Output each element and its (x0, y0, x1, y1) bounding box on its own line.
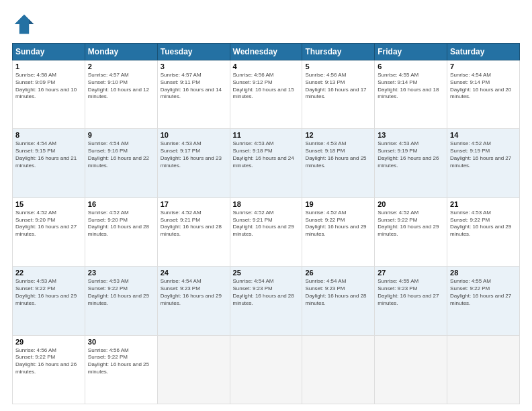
day-number: 12 (305, 131, 371, 139)
day-number: 29 (15, 338, 82, 346)
day-info: Sunrise: 4:53 AM Sunset: 9:19 PM Dayligh… (378, 140, 444, 169)
day-info: Sunrise: 4:52 AM Sunset: 9:20 PM Dayligh… (88, 210, 154, 238)
day-cell: 28 Sunrise: 4:55 AM Sunset: 9:22 PM Dayl… (447, 267, 520, 335)
day-number: 18 (233, 200, 300, 208)
day-info: Sunrise: 4:52 AM Sunset: 9:19 PM Dayligh… (450, 140, 517, 169)
logo-icon (12, 12, 36, 36)
day-cell: 21 Sunrise: 4:53 AM Sunset: 9:22 PM Dayl… (447, 197, 520, 266)
day-number: 24 (161, 269, 227, 277)
day-info: Sunrise: 4:57 AM Sunset: 9:11 PM Dayligh… (161, 72, 227, 101)
day-cell: 8 Sunrise: 4:54 AM Sunset: 9:15 PM Dayli… (13, 129, 85, 197)
day-info: Sunrise: 4:53 AM Sunset: 9:18 PM Dayligh… (305, 140, 371, 169)
day-number: 4 (233, 62, 300, 71)
day-info: Sunrise: 4:53 AM Sunset: 9:22 PM Dayligh… (450, 210, 517, 238)
day-cell: 4 Sunrise: 4:56 AM Sunset: 9:12 PM Dayli… (230, 60, 302, 129)
empty-cell (447, 335, 520, 404)
day-info: Sunrise: 4:54 AM Sunset: 9:23 PM Dayligh… (161, 278, 227, 307)
day-number: 1 (15, 62, 82, 71)
day-number: 17 (161, 200, 227, 208)
day-cell: 23 Sunrise: 4:53 AM Sunset: 9:22 PM Dayl… (85, 267, 157, 335)
day-number: 15 (15, 200, 82, 208)
day-cell: 26 Sunrise: 4:54 AM Sunset: 9:23 PM Dayl… (302, 267, 375, 335)
day-info: Sunrise: 4:56 AM Sunset: 9:12 PM Dayligh… (233, 72, 300, 101)
header (12, 12, 520, 36)
calendar-row: 15 Sunrise: 4:52 AM Sunset: 9:20 PM Dayl… (13, 197, 520, 266)
day-info: Sunrise: 4:54 AM Sunset: 9:16 PM Dayligh… (88, 140, 154, 169)
day-cell: 15 Sunrise: 4:52 AM Sunset: 9:20 PM Dayl… (13, 197, 85, 266)
day-info: Sunrise: 4:53 AM Sunset: 9:22 PM Dayligh… (88, 278, 154, 307)
day-cell: 17 Sunrise: 4:52 AM Sunset: 9:21 PM Dayl… (157, 197, 230, 266)
day-number: 26 (305, 269, 371, 277)
day-info: Sunrise: 4:56 AM Sunset: 9:13 PM Dayligh… (305, 72, 371, 101)
day-cell: 6 Sunrise: 4:55 AM Sunset: 9:14 PM Dayli… (375, 60, 447, 129)
day-info: Sunrise: 4:58 AMSunset: 9:09 PMDaylight:… (15, 72, 82, 101)
col-saturday: Saturday (447, 44, 520, 60)
day-info: Sunrise: 4:52 AM Sunset: 9:21 PM Dayligh… (161, 210, 227, 238)
day-info: Sunrise: 4:54 AM Sunset: 9:15 PM Dayligh… (15, 140, 82, 169)
day-number: 3 (161, 62, 227, 71)
day-number: 27 (378, 269, 444, 277)
day-info: Sunrise: 4:56 AM Sunset: 9:22 PM Dayligh… (15, 347, 82, 376)
day-cell: 1 Sunrise: 4:58 AMSunset: 9:09 PMDayligh… (13, 60, 85, 129)
day-number: 7 (450, 62, 517, 71)
day-cell: 29 Sunrise: 4:56 AM Sunset: 9:22 PM Dayl… (13, 335, 85, 404)
day-info: Sunrise: 4:53 AM Sunset: 9:18 PM Dayligh… (233, 140, 300, 169)
day-info: Sunrise: 4:57 AM Sunset: 9:10 PM Dayligh… (88, 72, 154, 101)
day-number: 16 (88, 200, 154, 208)
day-info: Sunrise: 4:55 AM Sunset: 9:14 PM Dayligh… (378, 72, 444, 101)
day-number: 14 (450, 131, 517, 139)
day-cell: 30 Sunrise: 4:56 AM Sunset: 9:22 PM Dayl… (85, 335, 157, 404)
day-cell: 22 Sunrise: 4:53 AM Sunset: 9:22 PM Dayl… (13, 267, 85, 335)
page: Sunday Monday Tuesday Wednesday Thursday… (0, 0, 532, 411)
col-wednesday: Wednesday (230, 44, 302, 60)
day-number: 30 (88, 338, 154, 346)
day-cell: 11 Sunrise: 4:53 AM Sunset: 9:18 PM Dayl… (230, 129, 302, 197)
calendar-header-row: Sunday Monday Tuesday Wednesday Thursday… (13, 44, 520, 60)
day-cell: 20 Sunrise: 4:52 AM Sunset: 9:22 PM Dayl… (375, 197, 447, 266)
day-number: 5 (305, 62, 371, 71)
day-number: 11 (233, 131, 300, 139)
day-info: Sunrise: 4:52 AM Sunset: 9:20 PM Dayligh… (15, 210, 82, 238)
day-cell: 18 Sunrise: 4:52 AM Sunset: 9:21 PM Dayl… (230, 197, 302, 266)
calendar-row: 1 Sunrise: 4:58 AMSunset: 9:09 PMDayligh… (13, 60, 520, 129)
day-info: Sunrise: 4:52 AM Sunset: 9:21 PM Dayligh… (233, 210, 300, 238)
day-number: 10 (161, 131, 227, 139)
day-info: Sunrise: 4:54 AM Sunset: 9:23 PM Dayligh… (233, 278, 300, 307)
day-info: Sunrise: 4:54 AM Sunset: 9:23 PM Dayligh… (305, 278, 371, 307)
day-cell: 12 Sunrise: 4:53 AM Sunset: 9:18 PM Dayl… (302, 129, 375, 197)
day-cell: 24 Sunrise: 4:54 AM Sunset: 9:23 PM Dayl… (157, 267, 230, 335)
day-cell: 16 Sunrise: 4:52 AM Sunset: 9:20 PM Dayl… (85, 197, 157, 266)
day-number: 21 (450, 200, 517, 208)
day-info: Sunrise: 4:53 AM Sunset: 9:22 PM Dayligh… (15, 278, 82, 307)
col-tuesday: Tuesday (157, 44, 230, 60)
day-info: Sunrise: 4:53 AM Sunset: 9:17 PM Dayligh… (161, 140, 227, 169)
col-thursday: Thursday (302, 44, 375, 60)
day-cell: 13 Sunrise: 4:53 AM Sunset: 9:19 PM Dayl… (375, 129, 447, 197)
day-number: 6 (378, 62, 444, 71)
day-info: Sunrise: 4:55 AM Sunset: 9:22 PM Dayligh… (450, 278, 517, 307)
logo (12, 12, 40, 36)
day-cell: 25 Sunrise: 4:54 AM Sunset: 9:23 PM Dayl… (230, 267, 302, 335)
empty-cell (302, 335, 375, 404)
day-info: Sunrise: 4:52 AM Sunset: 9:22 PM Dayligh… (305, 210, 371, 238)
empty-cell (230, 335, 302, 404)
day-cell: 14 Sunrise: 4:52 AM Sunset: 9:19 PM Dayl… (447, 129, 520, 197)
day-cell: 19 Sunrise: 4:52 AM Sunset: 9:22 PM Dayl… (302, 197, 375, 266)
day-cell: 3 Sunrise: 4:57 AM Sunset: 9:11 PM Dayli… (157, 60, 230, 129)
calendar-row: 29 Sunrise: 4:56 AM Sunset: 9:22 PM Dayl… (13, 335, 520, 404)
day-number: 9 (88, 131, 154, 139)
day-cell: 27 Sunrise: 4:55 AM Sunset: 9:23 PM Dayl… (375, 267, 447, 335)
col-friday: Friday (375, 44, 447, 60)
day-number: 8 (15, 131, 82, 139)
day-number: 13 (378, 131, 444, 139)
day-info: Sunrise: 4:54 AM Sunset: 9:14 PM Dayligh… (450, 72, 517, 101)
col-monday: Monday (85, 44, 157, 60)
day-info: Sunrise: 4:56 AM Sunset: 9:22 PM Dayligh… (88, 347, 154, 376)
day-number: 28 (450, 269, 517, 277)
day-cell: 9 Sunrise: 4:54 AM Sunset: 9:16 PM Dayli… (85, 129, 157, 197)
calendar-row: 8 Sunrise: 4:54 AM Sunset: 9:15 PM Dayli… (13, 129, 520, 197)
col-sunday: Sunday (13, 44, 85, 60)
day-cell: 5 Sunrise: 4:56 AM Sunset: 9:13 PM Dayli… (302, 60, 375, 129)
day-cell: 10 Sunrise: 4:53 AM Sunset: 9:17 PM Dayl… (157, 129, 230, 197)
day-cell: 7 Sunrise: 4:54 AM Sunset: 9:14 PM Dayli… (447, 60, 520, 129)
